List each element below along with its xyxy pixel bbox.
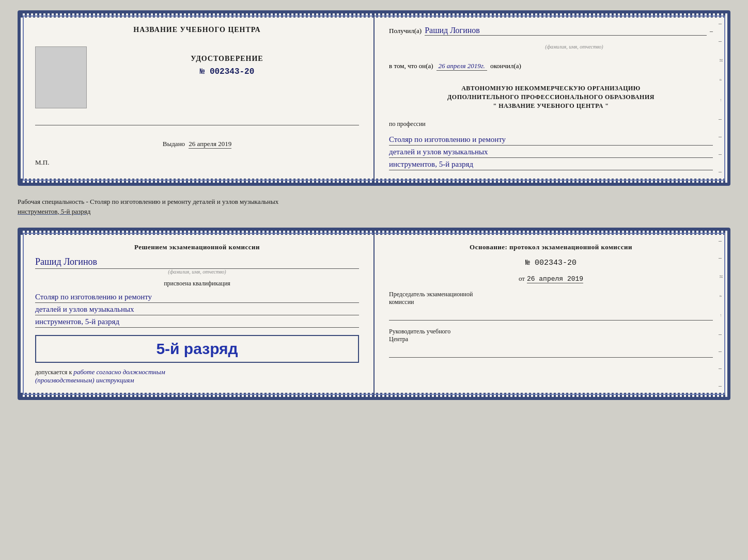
- udost-block: УДОСТОВЕРЕНИЕ № 002343-20: [95, 55, 359, 76]
- number-label: №: [525, 259, 530, 267]
- person-name-top: Рашид Логинов: [425, 26, 707, 36]
- predsedatel-sig-line: [389, 311, 713, 321]
- middle-text-block: Рабочая специальность - Столяр по изгото…: [18, 194, 730, 219]
- poluchil-row: Получил(a) Рашид Логинов –: [389, 26, 713, 36]
- rukovoditel-sig-line: [389, 348, 713, 358]
- dash1: –: [710, 27, 713, 35]
- dopusk-row: допускается к работе согласно должностны…: [35, 368, 359, 385]
- po-professii-label: по профессии: [389, 120, 713, 128]
- mp-label: М.П.: [35, 158, 49, 167]
- vydano-label: Выдано: [163, 140, 185, 148]
- poluchil-label: Получил(a): [389, 27, 422, 35]
- cert-number: № 002343-20: [200, 67, 255, 76]
- profession-lines-top: Столяр по изготовлению и ремонту деталей…: [389, 135, 713, 170]
- dopusk-value2: (производственным) инструкциям: [35, 376, 134, 384]
- person-name-bottom-wrap: Рашид Логинов (фамилия, имя, отчество): [35, 257, 359, 275]
- rank-big: 5-й разряд: [42, 340, 352, 358]
- right-deco-bottom: И а ←: [719, 231, 723, 397]
- profession-lines-bottom: Столяр по изготовлению и ремонту деталей…: [35, 293, 359, 328]
- rank-box: 5-й разряд: [35, 335, 359, 363]
- fio-hint-bottom: (фамилия, имя, отчество): [35, 269, 359, 275]
- person-name-bottom: Рашид Логинов: [35, 257, 359, 269]
- fio-hint-top: (фамилия, имя, отчество): [435, 44, 713, 50]
- middle-text-1: Рабочая специальность - Столяр по изгото…: [18, 198, 278, 205]
- org-text-2: ДОПОЛНИТЕЛЬНОГО ПРОФЕССИОНАЛЬНОГО ОБРАЗО…: [389, 93, 713, 102]
- vtom-row: в том, что он(а) 26 апреля 2019г. окончи…: [389, 62, 713, 71]
- top-cert-right: Получил(a) Рашид Логинов – (фамилия, имя…: [375, 13, 727, 183]
- prof-line2-bot: деталей и узлов музыкальных: [35, 305, 359, 315]
- top-center-name: НАЗВАНИЕ УЧЕБНОГО ЦЕНТРА: [133, 26, 260, 34]
- dopusk-value: работе согласно должностным: [73, 368, 165, 376]
- bottom-certificate: Решением экзаменационной комиссии Рашид …: [18, 228, 730, 400]
- vtom-label: в том, что он(а): [389, 62, 433, 70]
- number-value: 002343-20: [535, 259, 576, 267]
- prof-line1-top: Столяр по изготовлению и ремонту: [389, 135, 713, 146]
- predsedatel-label: Председатель экзаменационной комиссии: [389, 291, 713, 306]
- prof-line3-bot: инструментов, 5-й разряд: [35, 317, 359, 328]
- kvali-text: присвоена квалификация: [35, 280, 359, 287]
- photo-placeholder: [35, 46, 87, 108]
- top-cert-left: НАЗВАНИЕ УЧЕБНОГО ЦЕНТРА УДОСТОВЕРЕНИЕ №…: [21, 13, 373, 183]
- prof-line2-top: деталей и узлов музыкальных: [389, 148, 713, 158]
- decision-text: Решением экзаменационной комиссии: [35, 243, 359, 251]
- bottom-cert-right: Основание: протокол экзаменационной коми…: [375, 231, 727, 397]
- org-text-3: " НАЗВАНИЕ УЧЕБНОГО ЦЕНТРА ": [389, 102, 713, 110]
- top-certificate: НАЗВАНИЕ УЧЕБНОГО ЦЕНТРА УДОСТОВЕРЕНИЕ №…: [18, 10, 730, 186]
- separator-line: [35, 125, 359, 125]
- vydano-date: 26 апреля 2019: [189, 140, 231, 149]
- protocol-date-row: от 26 апреля 2019: [389, 275, 713, 283]
- rukovoditel-block: Руководитель учебного Центра: [389, 328, 713, 358]
- protocol-date: 26 апреля 2019: [527, 275, 583, 283]
- protocol-number: № 002343-20: [389, 259, 713, 267]
- udost-title: УДОСТОВЕРЕНИЕ: [191, 55, 263, 63]
- okonchil-label: окончил(а): [490, 62, 521, 70]
- org-text-1: АВТОНОМНУЮ НЕКОММЕРЧЕСКУЮ ОРГАНИЗАЦИЮ: [389, 84, 713, 93]
- osnov-text: Основание: протокол экзаменационной коми…: [389, 243, 713, 251]
- right-deco-top: И а ←: [719, 13, 723, 183]
- predsedatel-block: Председатель экзаменационной комиссии: [389, 291, 713, 321]
- middle-text-2: инструментов, 5-й разряд: [18, 207, 90, 215]
- bottom-cert-left: Решением экзаменационной комиссии Рашид …: [21, 231, 373, 397]
- prof-line3-top: инструментов, 5-й разряд: [389, 160, 713, 170]
- org-text-block: АВТОНОМНУЮ НЕКОММЕРЧЕСКУЮ ОРГАНИЗАЦИЮ ДО…: [389, 84, 713, 110]
- dopuskaetsya-label: допускается к: [35, 369, 72, 376]
- vtom-date: 26 апреля 2019г.: [437, 62, 487, 71]
- rukovoditel-label: Руководитель учебного Центра: [389, 328, 713, 343]
- prof-line1-bot: Столяр по изготовлению и ремонту: [35, 293, 359, 303]
- ot-label: от: [519, 275, 525, 283]
- vydano-row: Выдано 26 апреля 2019: [163, 140, 231, 148]
